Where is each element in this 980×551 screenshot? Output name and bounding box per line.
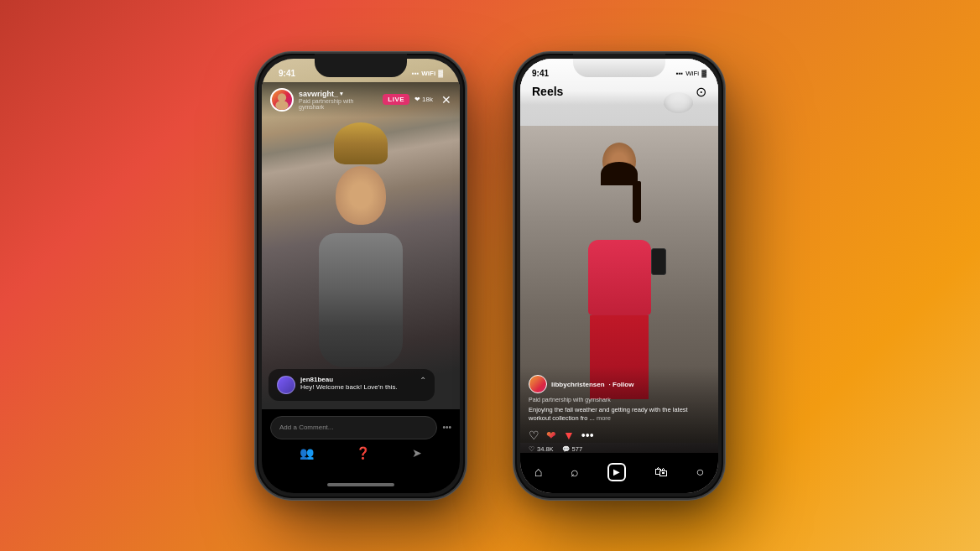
reels-camera-icon[interactable]: ⊙	[696, 84, 706, 100]
reels-torso	[588, 240, 651, 315]
comment-bubble: jen81beau Hey! Welcome back! Love'n this…	[268, 369, 435, 401]
more-options-icon[interactable]: •••	[442, 423, 451, 432]
comment-text-area: jen81beau Hey! Welcome back! Love'n this…	[300, 376, 414, 392]
comment-input[interactable]: Add a Comment...	[270, 416, 437, 439]
send-icon[interactable]: ➤	[412, 446, 422, 460]
comment-avatar	[277, 376, 295, 394]
follow-button[interactable]: · Follow	[609, 381, 634, 388]
comment-message: Hey! Welcome back! Love'n this.	[300, 383, 414, 392]
head	[336, 166, 386, 225]
reels-nav-bar: ⌂ ⌕ ▶ 🛍 ○	[520, 453, 718, 493]
reels-action-bar: ♡ ❤ ▼ •••	[529, 429, 710, 442]
reel-user-row: libbychristensen · Follow	[529, 375, 710, 393]
likes-stat: ♡ 34.8K	[529, 445, 554, 453]
partnership-text: Paid partnership with gymshark	[299, 98, 378, 110]
body	[319, 233, 403, 367]
username-area: savwright_ ▾ Paid partnership with gymsh…	[299, 90, 378, 110]
viewer-count: ❤ 18k	[414, 96, 433, 103]
phone1-status-bar: 9:41 ▪▪▪ WiFi ▓	[262, 59, 460, 82]
phone1-bottom-bar: Add a Comment... ••• 👥 ❓ ➤	[262, 409, 460, 493]
nav-home-icon[interactable]: ⌂	[534, 465, 543, 480]
home-indicator	[327, 483, 394, 486]
comments-stat: 💬 577	[562, 445, 583, 453]
super-like-icon[interactable]: ❤	[546, 429, 556, 442]
bottom-icons-row: 👥 ❓ ➤	[270, 446, 451, 460]
reels-time: 9:41	[532, 69, 549, 78]
phone2-wrapper: 9:41 ▪▪▪ WiFi ▓ Reels ⊙	[515, 54, 723, 498]
wifi-icon: WiFi	[421, 70, 435, 77]
phone2-content: 9:41 ▪▪▪ WiFi ▓ Reels ⊙	[520, 59, 718, 493]
question-icon[interactable]: ❓	[356, 446, 370, 460]
reels-battery-icon: ▓	[701, 70, 706, 77]
viewer-icon: ❤	[414, 96, 420, 103]
comments-icon: 💬	[562, 445, 570, 453]
reels-ponytail	[633, 181, 641, 223]
nav-shop-icon[interactable]: 🛍	[654, 465, 668, 480]
add-person-icon[interactable]: 👥	[300, 446, 314, 460]
signal-icon: ▪▪▪	[412, 70, 420, 77]
phone-in-hand	[651, 248, 666, 275]
nav-reels-icon[interactable]: ▶	[607, 463, 626, 481]
reels-hair	[601, 162, 638, 185]
phone1: 9:41 ▪▪▪ WiFi ▓	[257, 54, 465, 498]
nav-profile-icon[interactable]: ○	[696, 465, 704, 480]
close-button[interactable]: ✕	[441, 93, 451, 107]
phone1-screen: 9:41 ▪▪▪ WiFi ▓	[262, 59, 460, 493]
like-icon[interactable]: ♡	[529, 429, 540, 442]
reel-username[interactable]: libbychristensen	[551, 381, 605, 388]
more-actions-icon[interactable]: •••	[581, 429, 594, 442]
comment-chevron-icon[interactable]: ⌃	[420, 376, 426, 385]
live-username[interactable]: savwright_ ▾	[299, 90, 378, 98]
nav-search-icon[interactable]: ⌕	[571, 465, 579, 480]
phone1-time: 9:41	[279, 69, 295, 78]
filter-icon[interactable]: ▼	[563, 429, 575, 442]
reels-title-row: Reels ⊙	[532, 84, 706, 100]
hair	[334, 122, 388, 164]
phone2-screen: 9:41 ▪▪▪ WiFi ▓ Reels ⊙	[520, 59, 718, 493]
live-badge: LIVE	[383, 94, 409, 105]
phone1-wrapper: 9:41 ▪▪▪ WiFi ▓	[257, 54, 465, 498]
phone2: 9:41 ▪▪▪ WiFi ▓ Reels ⊙	[515, 54, 723, 498]
more-caption-button[interactable]: more	[597, 414, 611, 422]
phone1-content: 9:41 ▪▪▪ WiFi ▓	[262, 59, 460, 493]
reels-bottom-overlay: libbychristensen · Follow Paid partnersh…	[520, 366, 718, 452]
reels-signal-icon: ▪▪▪	[676, 70, 684, 77]
person-silhouette	[302, 107, 420, 409]
reel-caption: Enjoying the fall weather and getting re…	[529, 406, 710, 423]
reels-header: 9:41 ▪▪▪ WiFi ▓ Reels ⊙	[520, 59, 718, 105]
reels-status-bar: 9:41 ▪▪▪ WiFi ▓	[532, 59, 706, 82]
live-user-avatar[interactable]	[270, 88, 294, 112]
reel-partnership-text: Paid partnership with gymshark	[529, 397, 710, 403]
reel-user-avatar[interactable]	[529, 375, 547, 393]
reels-wifi-icon: WiFi	[685, 70, 699, 77]
battery-icon: ▓	[438, 70, 443, 77]
comment-username: jen81beau	[300, 376, 414, 383]
phone1-status-icons: ▪▪▪ WiFi ▓	[412, 70, 443, 77]
live-header: savwright_ ▾ Paid partnership with gymsh…	[262, 82, 460, 117]
svg-point-1	[275, 100, 288, 110]
likes-icon: ♡	[529, 445, 534, 453]
reels-stats-row: ♡ 34.8K 💬 577	[529, 445, 710, 453]
comment-input-row: Add a Comment... •••	[270, 416, 451, 439]
reels-status-icons: ▪▪▪ WiFi ▓	[676, 70, 706, 77]
reels-page-title: Reels	[532, 85, 563, 98]
chevron-down-icon: ▾	[340, 91, 343, 97]
